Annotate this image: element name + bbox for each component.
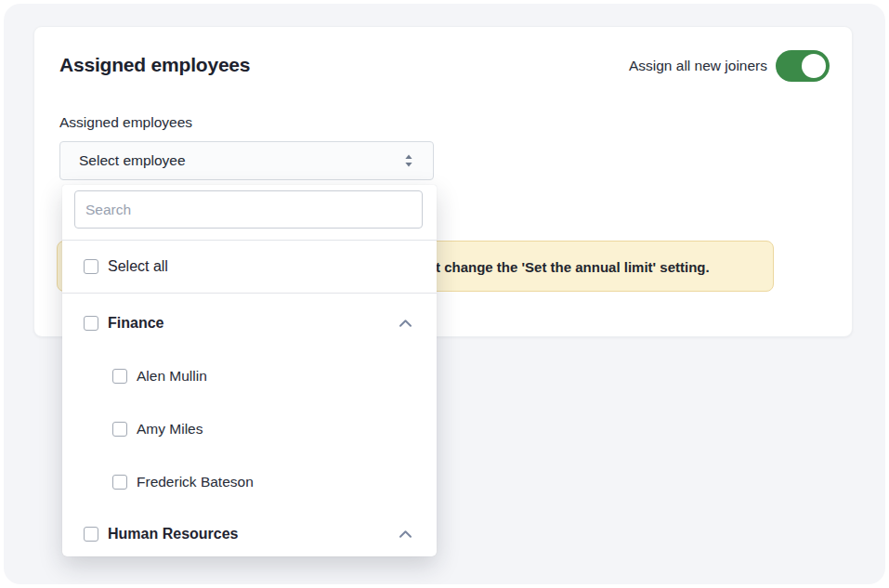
member-row[interactable]: Frederick Bateson	[62, 465, 437, 499]
member-label: Amy Miles	[137, 421, 203, 438]
assign-all-new-joiners-row: Assign all new joiners	[629, 50, 830, 82]
select-all-option[interactable]: Select all	[62, 250, 437, 283]
page-background: Assigned employees Assign all new joiner…	[4, 4, 885, 584]
select-value: Select employee	[79, 152, 186, 169]
assign-all-new-joiners-toggle[interactable]	[776, 50, 830, 82]
toggle-label: Assign all new joiners	[629, 58, 767, 74]
group-row-human-resources[interactable]: Human Resources	[62, 517, 437, 551]
member-checkbox[interactable]	[112, 422, 127, 437]
member-row[interactable]: Alen Mullin	[62, 359, 437, 393]
group-row-finance[interactable]: Finance	[62, 307, 437, 340]
chevron-up-icon[interactable]	[399, 320, 412, 328]
select-sorter-icon	[404, 154, 413, 168]
member-row[interactable]: Amy Miles	[62, 412, 437, 446]
member-checkbox[interactable]	[112, 475, 127, 490]
page-title: Assigned employees	[59, 54, 250, 76]
group-checkbox[interactable]	[84, 527, 98, 542]
group-label: Human Resources	[108, 526, 239, 542]
select-all-label: Select all	[108, 258, 168, 275]
member-checkbox[interactable]	[112, 369, 127, 384]
search-input[interactable]	[74, 190, 423, 229]
group-label: Finance	[108, 315, 163, 332]
member-label: Alen Mullin	[137, 368, 207, 385]
group-checkbox[interactable]	[84, 316, 98, 331]
divider	[62, 240, 437, 241]
toggle-knob	[802, 54, 826, 78]
chevron-up-icon[interactable]	[399, 530, 412, 539]
divider	[62, 293, 437, 294]
warning-banner-text: t change the 'Set the annual limit' sett…	[436, 258, 710, 274]
search-field-wrap	[74, 190, 423, 229]
select-all-checkbox[interactable]	[84, 259, 98, 274]
select-employee-dropdown-trigger[interactable]: Select employee	[59, 141, 434, 180]
member-label: Frederick Bateson	[137, 474, 254, 490]
employee-dropdown-panel: Select all Finance Alen Mullin Amy Miles…	[62, 185, 437, 556]
assigned-employees-field-label: Assigned employees	[59, 114, 192, 131]
